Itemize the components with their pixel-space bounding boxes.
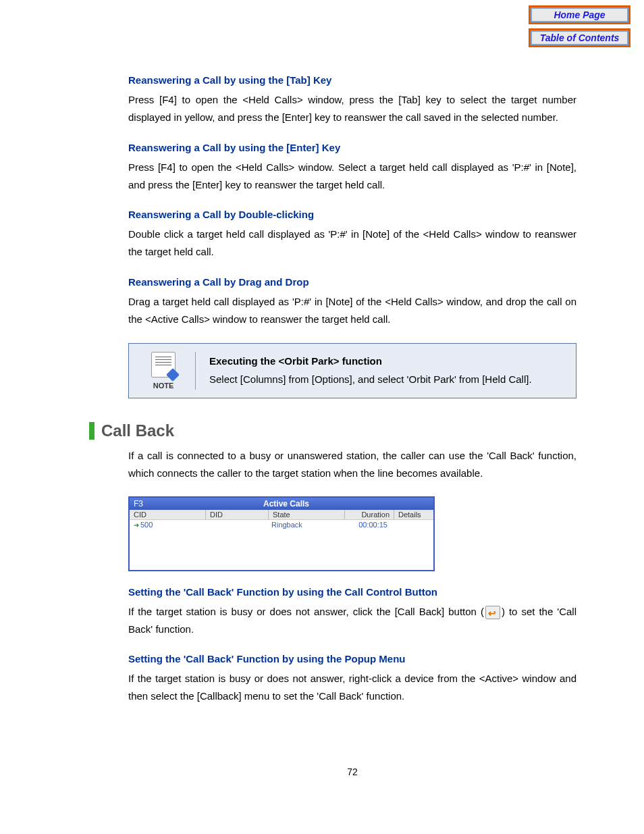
callback-icon: [485, 606, 500, 619]
note-title: Executing the <Orbit Park> function: [209, 352, 532, 370]
header-state[interactable]: State: [269, 510, 345, 519]
para-double: Double click a target held call displaye…: [128, 226, 576, 261]
header-cid[interactable]: CID: [130, 510, 206, 519]
page-number: 72: [128, 766, 576, 777]
subhead-double: Reanswering a Call by Double-clicking: [128, 209, 576, 220]
section-bar-icon: [89, 422, 95, 440]
header-details[interactable]: Details: [394, 510, 433, 519]
toc-button[interactable]: Table of Contents: [529, 28, 630, 47]
para-enter: Press [F4] to open the <Held Calls> wind…: [128, 159, 576, 194]
subhead-cb-button: Setting the 'Call Back' Function by usin…: [128, 586, 576, 598]
window-body-empty: [130, 529, 433, 570]
para-cb-button: If the target station is busy or does no…: [128, 603, 576, 639]
cb-button-pre: If the target station is busy or does no…: [128, 606, 484, 617]
table-row[interactable]: 500 Ringback 00:00:15: [130, 520, 433, 529]
cell-details: [392, 520, 433, 529]
note-icon: [151, 352, 176, 377]
note-label: NOTE: [153, 382, 174, 390]
subhead-drag: Reanswering a Call by Drag and Drop: [128, 276, 576, 288]
nav-buttons: Home Page Table of Contents: [529, 5, 630, 47]
window-title-text: Active Calls: [143, 499, 429, 509]
header-did[interactable]: DID: [206, 510, 269, 519]
window-shortcut: F3: [134, 499, 143, 509]
cell-state: Ringback: [267, 520, 343, 529]
para-cb-popup: If the target station is busy or does no…: [128, 670, 576, 706]
subhead-cb-popup: Setting the 'Call Back' Function by usin…: [128, 653, 576, 664]
home-page-button[interactable]: Home Page: [529, 5, 630, 24]
section-title-text: Call Back: [101, 421, 174, 440]
para-drag: Drag a target held call displayed as 'P:…: [128, 293, 576, 329]
cell-did: [205, 520, 267, 529]
note-body-text: Select [Columns] from [Options], and sel…: [209, 370, 532, 388]
window-headers: CID DID State Duration Details: [130, 510, 433, 520]
cell-duration: 00:00:15: [343, 520, 392, 529]
subhead-enter: Reanswering a Call by using the [Enter] …: [128, 142, 576, 153]
active-calls-window: F3 Active Calls CID DID State Duration D…: [128, 496, 435, 571]
window-titlebar: F3 Active Calls: [130, 498, 433, 510]
section-title-callback: Call Back: [89, 421, 576, 440]
header-duration[interactable]: Duration: [345, 510, 394, 519]
subhead-tab: Reanswering a Call by using the [Tab] Ke…: [128, 74, 576, 86]
para-tab: Press [F4] to open the <Held Calls> wind…: [128, 91, 576, 127]
note-box: NOTE Executing the <Orbit Park> function…: [128, 343, 576, 398]
cell-cid: 500: [130, 520, 205, 529]
callback-intro: If a call is connected to a busy or unan…: [128, 447, 576, 483]
